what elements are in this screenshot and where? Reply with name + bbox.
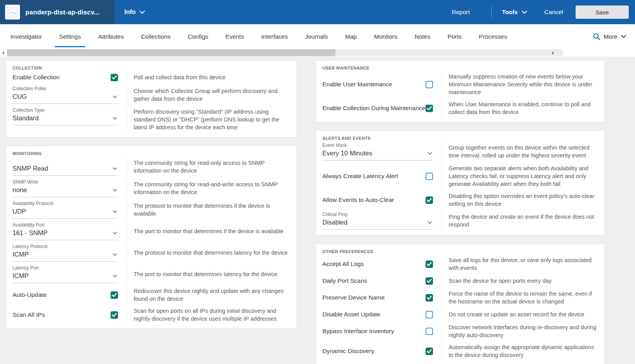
field-label: Allow Events to Auto-Clear bbox=[322, 196, 394, 203]
search-icon bbox=[593, 33, 600, 40]
field-description: Scan for open ports on all IPs during in… bbox=[127, 307, 290, 323]
field-label: Scan All IPs bbox=[13, 311, 45, 318]
section-title: OTHER PREFERENCES bbox=[322, 249, 598, 254]
select-value: UDP bbox=[13, 208, 113, 215]
setting-row-availability-port: Availability Port161 - SNMPThe port to m… bbox=[13, 222, 290, 240]
tools-dropdown[interactable]: Tools bbox=[502, 9, 527, 16]
field-column: Auto-Update bbox=[13, 287, 127, 303]
scrollbar-track[interactable] bbox=[7, 49, 563, 56]
always-create-latency-alert-checkbox[interactable] bbox=[426, 173, 433, 180]
tab-attributes[interactable]: Attributes bbox=[98, 24, 123, 49]
tab-settings[interactable]: Settings bbox=[59, 24, 81, 49]
save-button[interactable]: Save bbox=[576, 5, 629, 19]
chevron-down-icon bbox=[621, 35, 626, 38]
more-dropdown[interactable]: More bbox=[593, 33, 626, 40]
check-icon bbox=[427, 106, 432, 111]
snmp-write-select[interactable]: none bbox=[13, 185, 118, 197]
chevron-down-icon bbox=[113, 275, 117, 278]
availability-port-select[interactable]: 161 - SNMP bbox=[13, 228, 118, 240]
setting-row-snmp-read: SNMP ReadThe community string for read-o… bbox=[13, 158, 290, 176]
chevron-down-icon bbox=[113, 95, 117, 98]
field-description: Disabling this option overrides an event… bbox=[442, 192, 598, 208]
tab-journals[interactable]: Journals bbox=[305, 24, 328, 49]
scroll-right-arrow-icon[interactable]: › bbox=[552, 49, 554, 56]
dynamic-discovery-checkbox[interactable] bbox=[426, 348, 433, 355]
field-column: Scan All IPs bbox=[13, 307, 127, 323]
setting-row-dynamic-discovery: Dynamic DiscoveryAutomatically assign th… bbox=[322, 343, 598, 359]
field-column: Collection PollerCUG bbox=[13, 86, 127, 104]
card-monitoring: MONITORINGSNMP ReadThe community string … bbox=[6, 146, 297, 329]
collection-type-select[interactable]: Standard bbox=[13, 113, 118, 125]
field-label: Dynamic Discovery bbox=[322, 348, 374, 355]
header-divider bbox=[491, 6, 492, 18]
preserve-device-name-checkbox[interactable] bbox=[426, 294, 433, 302]
tab-map[interactable]: Map bbox=[345, 24, 357, 49]
scrollbar-thumb[interactable] bbox=[7, 49, 335, 56]
tab-ports[interactable]: Ports bbox=[447, 24, 461, 49]
scan-all-ips-checkbox[interactable] bbox=[111, 311, 118, 319]
allow-events-to-auto-clear-checkbox[interactable] bbox=[426, 196, 433, 204]
critical-ping-select[interactable]: Disabled bbox=[322, 218, 433, 230]
auto-update-checkbox[interactable] bbox=[111, 291, 118, 299]
setting-row-allow-events-to-auto-clear: Allow Events to Auto-ClearDisabling this… bbox=[322, 192, 598, 208]
setting-row-bypass-interface-inventory: Bypass Interface InventoryDiscover netwo… bbox=[322, 323, 598, 339]
setting-row-scan-all-ips: Scan All IPsScan for open ports on all I… bbox=[13, 307, 290, 323]
cancel-button[interactable]: Cancel bbox=[544, 9, 563, 16]
latency-protocol-select[interactable]: ICMP bbox=[13, 250, 118, 262]
select-value: ICMP bbox=[13, 251, 113, 258]
chevron-down-icon bbox=[428, 221, 432, 224]
accept-all-logs-checkbox[interactable] bbox=[426, 261, 433, 268]
chevron-down-icon bbox=[140, 11, 145, 14]
setting-row-enable-collection: Enable CollectionPoll and collect data f… bbox=[13, 72, 290, 82]
tab-investigator[interactable]: Investigator bbox=[11, 24, 42, 49]
disable-asset-update-checkbox[interactable] bbox=[426, 311, 433, 318]
enable-collection-checkbox[interactable] bbox=[111, 74, 118, 81]
field-label: Daily Port Scans bbox=[322, 277, 367, 284]
field-column: Collection TypeStandard bbox=[13, 107, 127, 132]
bypass-interface-inventory-checkbox[interactable] bbox=[426, 328, 433, 335]
tab-events[interactable]: Events bbox=[225, 24, 244, 49]
settings-content: COLLECTIONEnable CollectionPoll and coll… bbox=[0, 57, 635, 364]
report-button[interactable]: Report bbox=[452, 9, 470, 16]
select-value: none bbox=[13, 186, 113, 194]
setting-row-event-mask: Event MaskEvery 10 MinutesGroup together… bbox=[322, 143, 598, 161]
tab-monitors[interactable]: Monitors bbox=[374, 24, 397, 49]
field-column: Always Create Latency Alert bbox=[322, 164, 442, 188]
availability-protocol-select[interactable]: UDP bbox=[13, 207, 118, 219]
field-label: Latency Port bbox=[13, 265, 118, 271]
field-label: Enable Collection During Maintenance bbox=[322, 105, 426, 112]
field-description: Rediscover this device nightly and updat… bbox=[127, 287, 290, 303]
info-dropdown[interactable]: Info bbox=[124, 9, 145, 16]
setting-row-daily-port-scans: Daily Port ScansScan the device for open… bbox=[322, 276, 598, 286]
device-image-icon bbox=[5, 5, 20, 20]
daily-port-scans-checkbox[interactable] bbox=[426, 277, 433, 285]
field-column: Enable Collection During Maintenance bbox=[322, 100, 442, 116]
setting-row-collection-poller: Collection PollerCUGChoose which Collect… bbox=[13, 86, 290, 104]
field-column: Bypass Interface Inventory bbox=[322, 323, 442, 339]
snmp-read-select[interactable]: SNMP Read bbox=[13, 164, 118, 176]
field-column: Critical PingDisabled bbox=[322, 212, 442, 230]
field-label: Latency Protocol bbox=[13, 244, 118, 250]
more-dropdown-label: More bbox=[604, 33, 617, 40]
tab-processes[interactable]: Processes bbox=[479, 24, 507, 49]
header-actions: Report Tools Cancel Save bbox=[452, 5, 635, 19]
tab-collections[interactable]: Collections bbox=[141, 24, 171, 49]
top-header: panderp-dist-ap-discv... Info Report Too… bbox=[0, 0, 635, 24]
field-column: Accept All Logs bbox=[322, 256, 442, 272]
tab-notes[interactable]: Notes bbox=[415, 24, 431, 49]
latency-port-select[interactable]: ICMP bbox=[13, 271, 118, 283]
tab-configs[interactable]: Configs bbox=[188, 24, 208, 49]
event-mask-select[interactable]: Every 10 Minutes bbox=[322, 148, 433, 161]
field-label: Preserve Device Name bbox=[322, 294, 385, 301]
field-column: Enable Collection bbox=[13, 72, 127, 82]
enable-user-maintenance-checkbox[interactable] bbox=[426, 81, 433, 88]
enable-collection-during-maintenance-checkbox[interactable] bbox=[426, 105, 433, 112]
setting-row-availability-protocol: Availability ProtocolUDPThe protocol to … bbox=[13, 201, 290, 219]
chevron-down-icon bbox=[113, 117, 117, 120]
tab-interfaces[interactable]: Interfaces bbox=[261, 24, 288, 49]
chevron-down-icon bbox=[113, 210, 117, 213]
collection-poller-select[interactable]: CUG bbox=[13, 92, 118, 104]
scroll-left-arrow-icon[interactable]: ‹ bbox=[2, 49, 5, 56]
field-description: The community string for read-and-write … bbox=[127, 179, 290, 197]
field-label bbox=[13, 158, 118, 164]
